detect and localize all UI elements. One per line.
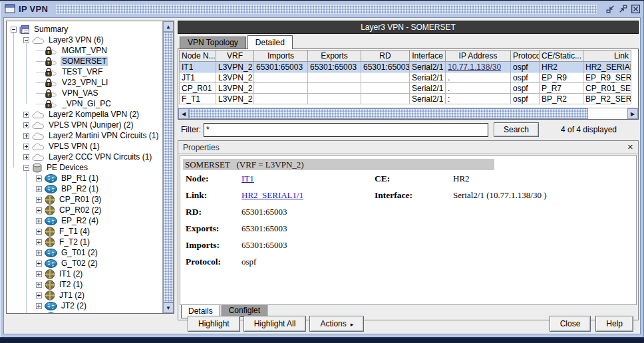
expand-icon[interactable] (23, 112, 29, 118)
expand-icon[interactable] (23, 122, 29, 128)
column-header-ip-address[interactable]: IP Address (446, 51, 511, 62)
table-row-it1[interactable]: IT1L3VPN_265301:6500365301:6500365301:65… (180, 62, 631, 72)
tree-scrollbar-thumb[interactable] (163, 32, 174, 302)
table-scrollbar-track[interactable] (588, 108, 627, 119)
tree-item-layer2-ccc-vpn-circuits-1[interactable]: Layer2 CCC VPN Circuits (1) (23, 152, 153, 162)
maximize-button[interactable] (617, 3, 629, 15)
tree-item-ep-r2-4[interactable]: EP_R2 (4) (36, 215, 100, 226)
cell-interface: Serial2/1 (410, 62, 446, 72)
tree-item-somerset[interactable]: SOMERSET (36, 56, 108, 66)
highlight-all-button[interactable]: Highlight All (243, 316, 307, 332)
expand-icon[interactable] (23, 144, 29, 150)
ip-address-link[interactable]: 10.77.1.138/30 (448, 62, 501, 72)
column-header-node-n[interactable]: Node N... (180, 51, 216, 62)
help-button[interactable]: Help (595, 316, 633, 332)
expand-icon[interactable] (23, 154, 29, 160)
tree-item-it2-1[interactable]: IT2 (1) (36, 279, 84, 290)
tree-item-vpn-vas[interactable]: VPN_VAS (36, 88, 99, 98)
column-header-exports[interactable]: Exports (308, 51, 361, 62)
close-button[interactable]: Close (550, 316, 591, 332)
expand-icon[interactable] (36, 175, 42, 181)
property-value-node-link[interactable]: IT1 (242, 173, 254, 184)
column-header-protocol[interactable]: Protocol (511, 51, 540, 62)
column-header-ce-static[interactable]: CE/Static... (540, 51, 583, 62)
collapse-icon[interactable] (11, 27, 17, 33)
tree-item-vpls-vpn-1[interactable]: VPLS VPN (1) (23, 141, 101, 152)
expand-icon[interactable] (36, 239, 42, 245)
window-close-button[interactable] (630, 3, 641, 15)
scroll-up-icon[interactable]: ▲ (163, 21, 174, 32)
cell-ip-address: . (446, 83, 511, 94)
cloud-icon (32, 110, 45, 119)
expand-icon[interactable] (36, 271, 42, 277)
property-value-link-link[interactable]: HR2_SERIAL1/1 (242, 190, 303, 201)
tree-item-bp-r1-1[interactable]: BP_R1 (1) (36, 173, 100, 183)
tree-item-bp-r2-1[interactable]: BP_R2 (1) (36, 183, 100, 194)
tree-item-g-t01-2[interactable]: G_T01 (2) (36, 247, 99, 258)
collapse-icon[interactable] (23, 37, 29, 43)
tree-item-test-vrf[interactable]: TEST_VRF (36, 66, 104, 77)
scroll-right-icon[interactable]: ▶ (627, 108, 638, 119)
tree-item-layer2-martini-vpn-circuits-1[interactable]: Layer2 Martini VPN Circuits (1) (23, 130, 160, 141)
expand-icon[interactable] (36, 303, 42, 309)
scroll-down-icon[interactable]: ▼ (163, 302, 174, 313)
tree-connector-line (36, 104, 45, 104)
expand-icon[interactable] (36, 229, 42, 235)
tree-item-cp-r01-3[interactable]: CP_R01 (3) (36, 194, 102, 205)
properties-close-icon[interactable]: ✕ (627, 144, 633, 151)
lock-icon (45, 46, 58, 56)
tab-vpn-topology[interactable]: VPN Topology (180, 37, 246, 49)
tree-item-mgmt-vpn[interactable]: MGMT_VPN (36, 45, 108, 56)
router-gold-icon (45, 205, 55, 215)
tab-detailed[interactable]: Detailed (247, 35, 293, 49)
column-header-vrf[interactable]: VRF (216, 51, 254, 62)
expand-icon[interactable] (36, 250, 42, 256)
tree-item-jt1-2[interactable]: JT1 (2) (36, 290, 86, 300)
expand-icon[interactable] (36, 218, 42, 224)
minimize-button[interactable] (605, 3, 616, 15)
table-scrollbar-thumb[interactable] (189, 108, 588, 119)
table-h-scrollbar[interactable]: ◀ ▶ (178, 108, 638, 119)
tree-item-cp-r02-2[interactable]: CP_R02 (2) (36, 205, 102, 215)
expand-icon[interactable] (36, 292, 42, 298)
highlight-button[interactable]: Highlight (188, 316, 240, 332)
tree-item-vpn-gi-pc[interactable]: _VPN_GI_PC (36, 98, 112, 109)
tree-scrollbar[interactable]: ▲ ▼ (162, 21, 174, 313)
expand-icon[interactable] (36, 282, 42, 288)
tree-item-g-t02-2[interactable]: G_T02 (2) (36, 258, 99, 269)
cell-node-n: JT1 (180, 72, 216, 83)
table-row-f-t1[interactable]: F_T1L3VPN_2Serial2/1:ospfBP_R2BP_R2_SERI (180, 94, 631, 104)
tree-item-f-t1-4[interactable]: F_T1 (4) (36, 226, 91, 237)
search-button[interactable]: Search (494, 122, 539, 137)
tree-item-v23-vpn-li[interactable]: V23_VPN_LI (36, 77, 109, 88)
cell-rd (361, 72, 410, 83)
column-header-imports[interactable]: Imports (254, 51, 308, 62)
tree-item-layer3-vpn-6[interactable]: Layer3 VPN (6) (23, 35, 105, 45)
actions-button[interactable]: Actions▸ (309, 316, 364, 332)
collapse-icon[interactable] (23, 165, 29, 171)
table-row-cp-r01[interactable]: CP_R01L3VPN_2Serial2/1.ospfP_R7CP_R01_SE… (180, 83, 631, 94)
tree-item-layer2-kompella-vpn-2[interactable]: Layer2 Kompella VPN (2) (23, 109, 140, 120)
scroll-left-icon[interactable]: ◀ (178, 108, 189, 119)
tree-item-pe-devices[interactable]: PE Devices (23, 162, 89, 173)
column-header-rd[interactable]: RD (361, 51, 410, 62)
filter-input[interactable] (204, 123, 488, 137)
cell-exports: 65301:65003 (308, 62, 361, 72)
table-row-jt1[interactable]: JT1L3VPN_2Serial2/1.ospfEP_R9EP_R9_SERI (180, 72, 631, 83)
tree-item-row-27[interactable] (36, 311, 63, 313)
tree-item-summary[interactable]: Summary (11, 24, 69, 35)
expand-icon[interactable] (36, 197, 42, 203)
tree-item-label: V23_VPN_LI (61, 78, 109, 87)
expand-icon[interactable] (36, 261, 42, 267)
column-header-link[interactable]: Link (583, 51, 631, 62)
tree-item-jt2-2[interactable]: JT2 (2) (36, 300, 88, 311)
column-header-interface[interactable]: Interface (410, 51, 446, 62)
expand-icon[interactable] (23, 133, 29, 139)
expand-icon[interactable] (36, 207, 42, 213)
router-gold-icon (45, 280, 55, 290)
tree-item-label: MGMT_VPN (61, 46, 108, 55)
tree-item-vpls-vpn-juniper-2[interactable]: VPLS VPN (Juniper) (2) (23, 120, 134, 130)
tree-item-f-t2-1[interactable]: F_T2 (1) (36, 237, 91, 247)
expand-icon[interactable] (36, 186, 42, 192)
tree-item-it1-2[interactable]: IT1 (2) (36, 269, 84, 279)
